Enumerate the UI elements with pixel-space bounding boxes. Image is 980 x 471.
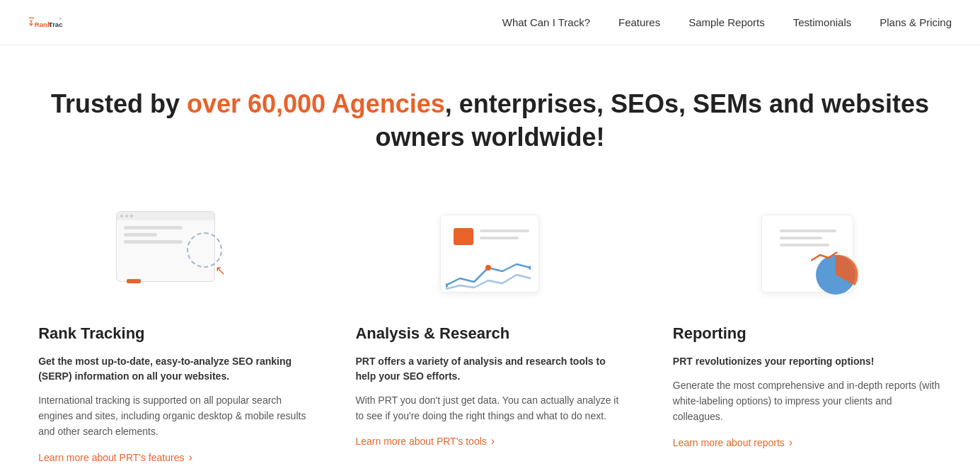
analysis-chart [446, 254, 531, 293]
reporting-link[interactable]: Learn more about reports › [673, 436, 792, 449]
analysis-link-arrow: › [491, 435, 495, 448]
analysis-link-text: Learn more about PRT's tools [355, 436, 486, 447]
orange-square [454, 228, 473, 245]
rank-tracking-link-arrow: › [188, 451, 192, 464]
browser-dot-2 [125, 215, 128, 217]
browser-bar [117, 212, 214, 220]
analysis-image [433, 208, 546, 300]
hero-text-prefix: Trusted by [51, 89, 187, 118]
rank-tracking-image: ↖ [116, 211, 229, 296]
feature-card-reporting: Reporting PRT revolutionizes your report… [673, 197, 942, 464]
hero-section: Trusted by over 60,000 Agencies, enterpr… [0, 45, 980, 183]
reporting-desc: Generate the most comprehensive and in-d… [673, 378, 942, 425]
reporting-pie-chart [811, 250, 860, 300]
reporting-line-1 [780, 229, 836, 232]
svg-text:Tracker: Tracker [49, 20, 62, 28]
feature-card-analysis: Analysis & Research PRT offers a variety… [355, 197, 624, 464]
rank-tracking-desc: International tracking is supported on a… [38, 392, 307, 440]
analysis-desc-bold: PRT offers a variety of analysis and res… [355, 354, 624, 384]
nav-item-testimonials[interactable]: Testimonials [793, 16, 852, 29]
svg-text:PRO: PRO [29, 17, 35, 20]
svg-point-8 [485, 265, 491, 271]
cursor-icon: ↖ [215, 263, 226, 278]
line-2 [124, 233, 157, 237]
hero-heading: Trusted by over 60,000 Agencies, enterpr… [14, 88, 966, 154]
reporting-image [751, 208, 864, 300]
logo[interactable]: PRO Rank Tracker ® [28, 6, 62, 40]
red-bar-accent [127, 279, 141, 283]
browser-dot-3 [130, 215, 133, 217]
analysis-title: Analysis & Research [355, 324, 624, 343]
reporting-line-2 [780, 237, 822, 239]
rank-tracking-link[interactable]: Learn more about PRT's features › [38, 451, 192, 464]
features-section: ↖ Rank Tracking Get the most up-to-date,… [0, 183, 980, 471]
rank-tracking-illustration: ↖ [38, 197, 307, 310]
rank-tracking-link-text: Learn more about PRT's features [38, 452, 184, 463]
reporting-desc-bold: PRT revolutionizes your reporting option… [673, 354, 942, 369]
browser-dot-1 [120, 215, 123, 217]
analysis-line-2 [480, 237, 519, 239]
nav-item-what-can-i-track[interactable]: What Can I Track? [502, 16, 590, 29]
rank-tracking-title: Rank Tracking [38, 324, 307, 343]
reporting-title: Reporting [673, 324, 942, 343]
nav-item-plans-pricing[interactable]: Plans & Pricing [880, 16, 952, 29]
nav-links: What Can I Track? Features Sample Report… [502, 16, 952, 29]
line-1 [124, 226, 183, 229]
reporting-line-3 [780, 244, 829, 246]
navigation: PRO Rank Tracker ® What Can I Track? Fea… [0, 0, 980, 45]
feature-card-rank-tracking: ↖ Rank Tracking Get the most up-to-date,… [38, 197, 307, 464]
analysis-line-1 [480, 229, 529, 232]
hero-highlight: over 60,000 Agencies [187, 89, 445, 118]
reporting-link-text: Learn more about reports [673, 437, 785, 448]
reporting-illustration [673, 197, 942, 310]
rank-tracking-desc-bold: Get the most up-to-date, easy-to-analyze… [38, 354, 307, 384]
nav-item-features[interactable]: Features [618, 16, 660, 29]
reporting-link-arrow: › [789, 436, 792, 449]
analysis-illustration [355, 197, 624, 310]
hero-text-suffix: , enterprises, SEOs, SEMs and websites o… [375, 89, 929, 152]
line-3 [124, 240, 183, 244]
nav-item-sample-reports[interactable]: Sample Reports [688, 16, 765, 29]
analysis-link[interactable]: Learn more about PRT's tools › [355, 435, 495, 448]
analysis-desc: With PRT you don't just get data. You ca… [355, 392, 624, 424]
svg-point-10 [529, 266, 531, 270]
svg-text:®: ® [59, 18, 62, 21]
